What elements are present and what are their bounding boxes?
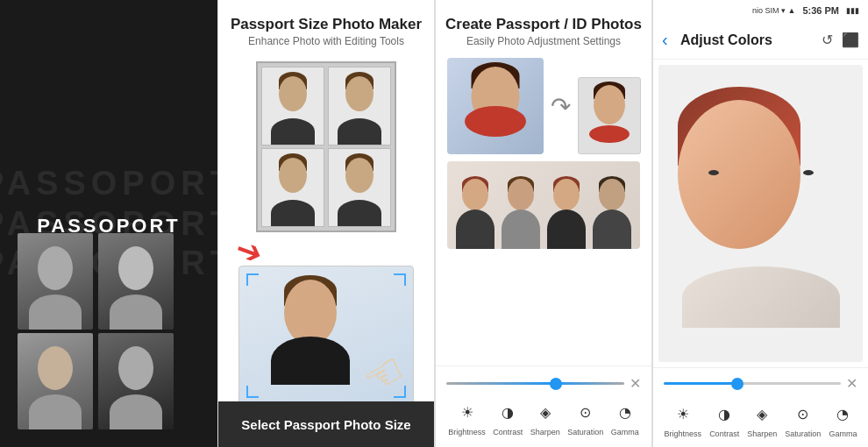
grid-photo-4 xyxy=(328,148,391,227)
brightness-label: Brightness xyxy=(448,428,486,436)
slider-thumb[interactable] xyxy=(550,378,562,390)
sharpen-icon: ◈ xyxy=(532,399,559,425)
p4-sharpen-icon: ◈ xyxy=(749,401,775,427)
p4-close-icon[interactable]: ✕ xyxy=(846,375,857,392)
right-eye xyxy=(803,170,814,175)
grid-photo-2 xyxy=(328,67,391,145)
adjust-colors-toolbar: ✕ ☀ Brightness ◑ Contrast ◈ Sharpen ⊙ Sa… xyxy=(653,367,868,447)
saturation-label: Saturation xyxy=(567,428,603,436)
p4-sharpen[interactable]: ◈ Sharpen xyxy=(747,401,777,438)
saturation-icon: ⊙ xyxy=(573,399,599,425)
photo-thumb-4 xyxy=(98,333,174,429)
p4-brightness-label: Brightness xyxy=(665,429,702,438)
adjust-slider-thumb[interactable] xyxy=(731,378,743,390)
p4-brightness-icon: ☀ xyxy=(670,401,696,427)
photo-preview xyxy=(658,65,863,362)
panel3-header: Create Passport / ID Photos Easily Photo… xyxy=(437,0,651,53)
contrast-label: Contrast xyxy=(493,428,523,436)
scan-corner-bl xyxy=(246,386,259,398)
panel2-subtitle: Enhance Photo with Editing Tools xyxy=(231,35,422,47)
p4-saturation-label: Saturation xyxy=(785,429,821,438)
toolbar-brightness[interactable]: ☀ Brightness xyxy=(448,399,486,436)
group-person-2 xyxy=(499,174,543,249)
navbar: ‹ Adjust Colors ↺ ⬛ xyxy=(653,21,868,60)
panel2-header: Passport Size Photo Maker Enhance Photo … xyxy=(222,0,430,53)
status-bar: nio SIM ▾ ▲ 5:36 PM ▮▮▮ xyxy=(653,0,868,21)
toolbar-gamma[interactable]: ◔ Gamma xyxy=(611,399,639,436)
grid-photo-3 xyxy=(261,148,324,227)
brightness-icon: ☀ xyxy=(454,399,480,425)
photo-thumb-2 xyxy=(98,233,174,330)
panel3-title: Create Passport / ID Photos xyxy=(445,16,642,33)
panel3-subtitle: Easily Photo Adjustment Settings xyxy=(445,35,642,47)
top-images: ↷ xyxy=(447,58,641,154)
gamma-icon: ◔ xyxy=(612,399,638,425)
p4-saturation-icon: ⊙ xyxy=(790,401,816,427)
adjust-slider[interactable] xyxy=(664,382,841,385)
p4-contrast[interactable]: ◑ Contrast xyxy=(709,401,739,438)
toolbar-contrast[interactable]: ◑ Contrast xyxy=(493,399,523,436)
back-button[interactable]: ‹ xyxy=(662,30,668,50)
panel-passport-maker: Passport Size Photo Maker Enhance Photo … xyxy=(217,0,435,447)
group-person-4 xyxy=(590,174,634,249)
arrow-container: ➔ xyxy=(218,233,434,270)
status-battery: ▮▮▮ xyxy=(846,6,859,15)
p4-contrast-label: Contrast xyxy=(709,429,739,438)
photo-grid-2x2 xyxy=(256,61,396,232)
p4-slider-row: ✕ xyxy=(653,368,868,395)
grid-photo-1 xyxy=(261,67,324,145)
history-icon[interactable]: ↺ xyxy=(822,32,833,48)
save-icon[interactable]: ⬛ xyxy=(842,32,859,48)
toolbar-sharpen[interactable]: ◈ Sharpen xyxy=(530,399,560,436)
bw-photos-grid xyxy=(18,233,175,429)
nav-icons: ↺ ⬛ xyxy=(822,32,859,48)
scanning-area: ☞ xyxy=(238,266,414,406)
toolbar-icons-row: ☀ Brightness ◑ Contrast ◈ Sharpen ⊙ Satu… xyxy=(436,395,651,442)
p4-saturation[interactable]: ⊙ Saturation xyxy=(785,401,821,438)
p4-brightness[interactable]: ☀ Brightness xyxy=(665,401,702,438)
group-person-1 xyxy=(453,174,497,249)
p4-gamma-label: Gamma xyxy=(829,429,857,438)
color-slider[interactable] xyxy=(446,382,624,385)
selfie-photo xyxy=(447,58,544,154)
passport-preview-small xyxy=(578,77,641,154)
group-person-3 xyxy=(544,174,588,249)
p4-toolbar-icons: ☀ Brightness ◑ Contrast ◈ Sharpen ⊙ Satu… xyxy=(653,395,868,447)
status-carrier: nio SIM ▾ ▲ xyxy=(752,6,795,15)
panel-adjust-colors: nio SIM ▾ ▲ 5:36 PM ▮▮▮ ‹ Adjust Colors … xyxy=(652,0,868,447)
gamma-label: Gamma xyxy=(611,428,639,436)
panel2-title: Passport Size Photo Maker xyxy=(231,16,422,33)
photo-thumb-1 xyxy=(18,233,93,330)
p4-contrast-icon: ◑ xyxy=(711,401,737,427)
navbar-title: Adjust Colors xyxy=(675,32,778,48)
sharpen-label: Sharpen xyxy=(530,428,560,436)
contrast-icon: ◑ xyxy=(494,399,521,425)
close-icon[interactable]: ✕ xyxy=(630,375,641,392)
panel3-color-toolbar: ✕ ☀ Brightness ◑ Contrast ◈ Sharpen ⊙ Sa… xyxy=(436,365,651,447)
face-oval xyxy=(678,100,800,249)
panel3-content: ↷ xyxy=(436,53,651,254)
p4-gamma-icon: ◔ xyxy=(829,401,856,427)
scan-corner-tl xyxy=(246,273,259,286)
left-eye xyxy=(708,170,719,175)
photo-thumb-3 xyxy=(18,333,93,429)
panel2-footer[interactable]: Select Passport Photo Size xyxy=(218,401,434,447)
panel-dark-passport: PASSOPORTPASSOPORTPASSOPORT PASSOPORT xyxy=(0,0,217,447)
scan-face xyxy=(284,280,354,367)
p4-gamma[interactable]: ◔ Gamma xyxy=(829,401,857,438)
select-size-label: Select Passport Photo Size xyxy=(241,417,410,432)
scan-corner-tr xyxy=(394,273,406,286)
body-shape xyxy=(682,266,840,328)
p4-sharpen-label: Sharpen xyxy=(747,429,777,438)
panel-create-id: Create Passport / ID Photos Easily Photo… xyxy=(435,0,652,447)
slider-row: ✕ xyxy=(436,372,651,395)
toolbar-saturation[interactable]: ⊙ Saturation xyxy=(567,399,603,436)
group-photo xyxy=(447,161,640,249)
arrow-icon: ↷ xyxy=(551,92,571,121)
face-preview-container xyxy=(673,100,849,328)
status-time: 5:36 PM xyxy=(802,5,839,16)
